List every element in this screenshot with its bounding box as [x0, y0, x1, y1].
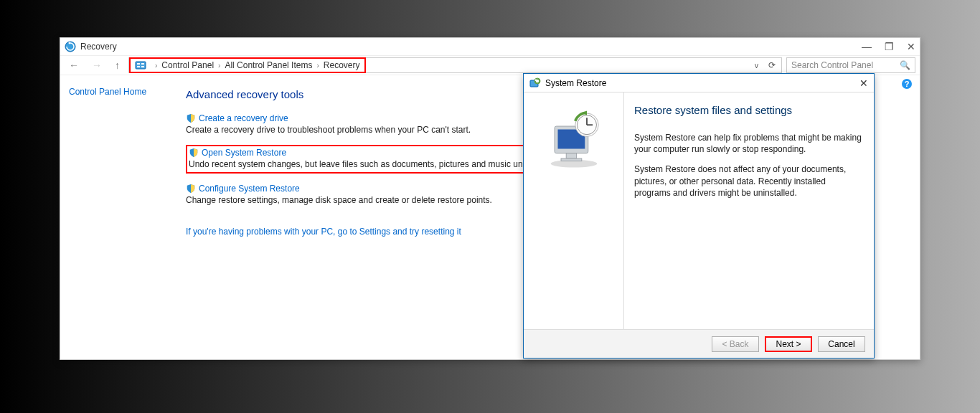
svg-rect-3	[141, 63, 144, 65]
system-restore-dialog: System Restore ✕	[523, 73, 875, 359]
svg-text:?: ?	[905, 80, 910, 88]
back-button: < Back	[712, 336, 759, 352]
chevron-right-icon: ›	[316, 62, 319, 70]
dialog-title: System Restore	[545, 78, 606, 88]
breadcrumb-item-control-panel[interactable]: Control Panel	[161, 60, 214, 70]
breadcrumb-highlight: › Control Panel › All Control Panel Item…	[129, 57, 366, 73]
recovery-icon	[65, 41, 76, 52]
breadcrumb-dropdown-icon[interactable]: v	[755, 62, 763, 70]
configure-system-restore-link[interactable]: Configure System Restore	[199, 184, 300, 194]
chevron-right-icon: ›	[218, 62, 220, 70]
tool-open-system-restore-highlight: Open System Restore Undo recent system c…	[186, 145, 561, 174]
window-title: Recovery	[80, 42, 117, 52]
troubleshoot-link[interactable]: If you're having problems with your PC, …	[186, 227, 461, 237]
dialog-right-pane: Restore system files and settings System…	[624, 92, 874, 329]
nav-back-icon[interactable]: ←	[65, 60, 83, 71]
svg-rect-14	[561, 158, 582, 161]
close-button[interactable]: ✕	[907, 41, 915, 52]
create-recovery-drive-link[interactable]: Create a recovery drive	[199, 113, 288, 123]
breadcrumb-bar[interactable]: › Control Panel › All Control Panel Item…	[128, 57, 782, 73]
svg-rect-13	[566, 153, 576, 158]
nav-up-icon[interactable]: ↑	[110, 60, 124, 71]
shield-icon	[186, 184, 196, 194]
open-system-restore-link[interactable]: Open System Restore	[202, 148, 286, 158]
dialog-left-pane	[524, 92, 624, 329]
breadcrumb-item-recovery[interactable]: Recovery	[324, 60, 360, 70]
control-panel-home-link[interactable]: Control Panel Home	[69, 87, 146, 97]
window-titlebar: Recovery — ❐ ✕	[60, 38, 920, 55]
dialog-body: Restore system files and settings System…	[524, 92, 874, 329]
sidebar: Control Panel Home	[60, 75, 186, 359]
next-button[interactable]: Next >	[765, 336, 812, 352]
open-system-restore-desc: Undo recent system changes, but leave fi…	[189, 159, 558, 169]
svg-rect-4	[137, 66, 140, 67]
dialog-close-icon[interactable]: ✕	[859, 77, 868, 89]
chevron-right-icon: ›	[155, 62, 157, 70]
refresh-icon[interactable]: ⟳	[763, 60, 781, 70]
dialog-paragraph-2: System Restore does not affect any of yo…	[634, 163, 864, 199]
maximize-button[interactable]: ❐	[885, 41, 894, 52]
system-restore-icon	[529, 77, 541, 89]
dialog-heading: Restore system files and settings	[634, 104, 864, 116]
help-icon[interactable]: ?	[901, 78, 913, 92]
system-restore-illustration-icon	[542, 107, 606, 171]
cancel-button[interactable]: Cancel	[818, 336, 865, 352]
tool-open-system-restore: Open System Restore Undo recent system c…	[189, 148, 558, 169]
search-placeholder: Search Control Panel	[791, 60, 873, 70]
svg-rect-1	[136, 62, 146, 69]
shield-icon	[189, 148, 199, 158]
svg-rect-2	[137, 63, 140, 65]
dialog-titlebar: System Restore ✕	[524, 74, 874, 92]
window-controls: — ❐ ✕	[862, 41, 915, 52]
address-bar: ← → ↑ › Control Panel › All Control Pane…	[60, 55, 920, 75]
search-icon: 🔍	[900, 60, 910, 70]
nav-forward-icon[interactable]: →	[88, 60, 106, 71]
dialog-paragraph-1: System Restore can help fix problems tha…	[634, 132, 864, 155]
breadcrumb-item-all-items[interactable]: All Control Panel Items	[225, 60, 312, 70]
control-panel-icon	[135, 60, 146, 71]
minimize-button[interactable]: —	[862, 41, 872, 52]
dialog-footer: < Back Next > Cancel	[524, 329, 874, 358]
svg-rect-5	[141, 66, 144, 67]
search-input[interactable]: Search Control Panel 🔍	[786, 57, 915, 73]
shield-icon	[186, 113, 196, 123]
